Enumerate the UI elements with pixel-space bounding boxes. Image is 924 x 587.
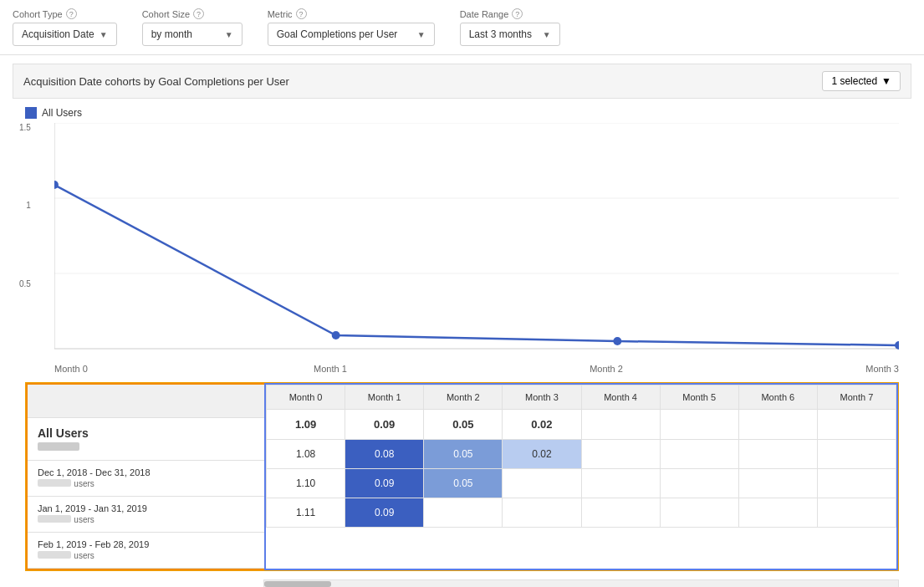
table-body: 1.09 0.09 0.05 0.02 1.08 0.08 0.05 [267,410,896,528]
x-label-month1: Month 1 [314,364,347,374]
all-users-label: All Users [38,426,89,440]
cohort-size-control: Cohort Size ? by month ▼ [142,8,242,46]
cohort-type-control: Cohort Type ? Acquisition Date ▼ [13,8,117,46]
date-range-help-icon[interactable]: ? [512,8,523,19]
cohort-data-table: Month 0 Month 1 Month 2 Month 3 Month 4 … [266,385,896,528]
feb-2019-user-count [38,551,71,559]
horizontal-scrollbar[interactable] [263,579,899,587]
jan-2019-data-row: 1.10 0.09 0.05 [267,469,896,498]
th-month3: Month 3 [503,385,581,410]
all-users-m0: 1.09 [267,410,345,440]
cohort-size-help-icon[interactable]: ? [193,8,204,19]
metric-label: Metric ? [268,8,435,19]
jan-m1: 0.09 [345,469,424,498]
jan-2019-date-range: Jan 1, 2019 - Jan 31, 2019 [38,503,254,513]
jan-m3 [503,469,581,498]
dec-m0: 1.08 [267,440,345,469]
all-users-m4 [581,410,660,440]
selected-arrow-icon: ▼ [881,75,891,87]
all-users-data-row: 1.09 0.09 0.05 0.02 [267,410,896,440]
cohort-table-section: All Users Dec 1, 2018 - Dec 31, 2018 use… [25,382,899,571]
jan-m5 [660,469,738,498]
dec-m6 [738,440,817,469]
jan-m0: 1.10 [267,469,345,498]
cohort-type-help-icon[interactable]: ? [66,8,77,19]
legend-label: All Users [42,107,82,119]
jan-2019-user-count [38,515,71,523]
row-label-dec-2018: Dec 1, 2018 - Dec 31, 2018 users [28,461,264,497]
svg-point-7 [613,337,621,345]
row-label-header [28,385,264,418]
feb-2019-data-row: 1.11 0.09 [267,498,896,528]
cohort-type-arrow-icon: ▼ [100,30,108,39]
th-month6: Month 6 [738,385,817,410]
th-month4: Month 4 [581,385,660,410]
th-month5: Month 5 [660,385,738,410]
y-axis: 1.5 1 0.5 [19,123,31,357]
cohort-type-dropdown[interactable]: Acquisition Date ▼ [13,23,117,46]
th-month7: Month 7 [817,385,896,410]
scroll-thumb[interactable] [264,581,331,587]
date-range-label: Date Range ? [460,8,560,19]
th-month2: Month 2 [424,385,503,410]
date-range-control: Date Range ? Last 3 months ▼ [460,8,560,46]
legend-color-swatch [25,107,37,119]
x-label-month3: Month 3 [865,364,899,374]
row-label-feb-2019: Feb 1, 2019 - Feb 28, 2019 users [28,533,264,569]
dec-m7 [817,440,896,469]
cohort-size-arrow-icon: ▼ [225,30,233,39]
feb-m7 [817,498,896,528]
metric-dropdown[interactable]: Goal Completions per User ▼ [268,23,435,46]
svg-point-6 [332,331,340,339]
top-controls-bar: Cohort Type ? Acquisition Date ▼ Cohort … [0,0,924,55]
all-users-m5 [660,410,738,440]
y-label-1: 1 [26,201,31,210]
feb-m5 [660,498,738,528]
data-table-wrapper: Month 0 Month 1 Month 2 Month 3 Month 4 … [264,383,898,570]
cohort-size-dropdown[interactable]: by month ▼ [142,23,242,46]
th-month1: Month 1 [345,385,424,410]
cohort-size-label: Cohort Size ? [142,8,242,19]
table-header-cells: Month 0 Month 1 Month 2 Month 3 Month 4 … [267,385,896,410]
row-labels-panel: All Users Dec 1, 2018 - Dec 31, 2018 use… [26,383,264,570]
feb-2019-date-range: Feb 1, 2019 - Feb 28, 2019 [38,539,254,549]
dec-2018-user-count [38,479,71,487]
y-label-0.5: 0.5 [19,279,31,288]
feb-m2 [424,498,503,528]
chart-header: Acquisition Date cohorts by Goal Complet… [13,64,911,99]
jan-m2: 0.05 [424,469,503,498]
metric-arrow-icon: ▼ [417,30,426,39]
jan-m6 [738,469,817,498]
all-users-m3: 0.02 [503,410,581,440]
date-range-arrow-icon: ▼ [543,30,551,39]
x-label-month0: Month 0 [54,364,88,374]
dec-m3: 0.02 [503,440,581,469]
jan-m7 [817,469,896,498]
cohort-type-label: Cohort Type ? [13,8,117,19]
feb-m3 [503,498,581,528]
dec-m4 [581,440,660,469]
chart-legend: All Users [13,99,911,123]
metric-control: Metric ? Goal Completions per User ▼ [268,8,435,46]
y-label-1.5: 1.5 [19,123,31,132]
row-label-jan-2019: Jan 1, 2019 - Jan 31, 2019 users [28,497,264,533]
all-users-row-label: All Users [28,418,264,461]
x-axis: Month 0 Month 1 Month 2 Month 3 [54,364,899,374]
jan-m4 [581,469,660,498]
dec-m5 [660,440,738,469]
all-users-m7 [817,410,896,440]
chart-section: Acquisition Date cohorts by Goal Complet… [0,55,924,587]
feb-m1: 0.09 [345,498,424,528]
all-users-m6 [738,410,817,440]
metric-help-icon[interactable]: ? [296,8,307,19]
line-chart-svg [54,123,899,357]
line-chart-container: 1.5 1 0.5 Month 0 Month 1 Month 2 Month [54,123,899,374]
all-users-count [38,442,79,451]
all-users-m1: 0.09 [345,410,424,440]
feb-m6 [738,498,817,528]
date-range-dropdown[interactable]: Last 3 months ▼ [460,23,560,46]
chart-title: Acquisition Date cohorts by Goal Complet… [23,75,289,88]
dec-m1: 0.08 [345,440,424,469]
segments-selected-button[interactable]: 1 selected ▼ [822,71,901,91]
dec-2018-data-row: 1.08 0.08 0.05 0.02 [267,440,896,469]
